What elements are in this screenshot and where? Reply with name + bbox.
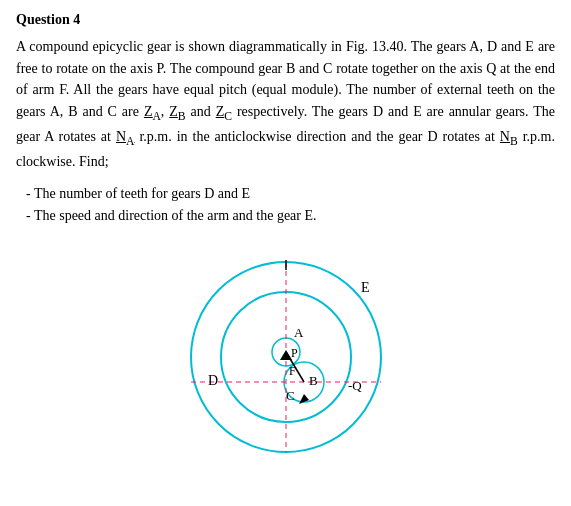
gear-diagram: E A P F B C D -Q (156, 242, 416, 462)
bullet-item-1: The number of teeth for gears D and E (26, 183, 555, 205)
main-paragraph: A compound epicyclic gear is shown diagr… (16, 36, 555, 173)
label-B: B (309, 373, 318, 388)
label-P: P (291, 346, 298, 360)
label-A: A (294, 325, 304, 340)
label-E: E (361, 280, 370, 295)
and-text: and (233, 208, 253, 223)
bullet-item-2: The speed and direction of the arm and t… (26, 205, 555, 227)
label-C: C (286, 388, 295, 403)
label-Q: -Q (348, 378, 362, 393)
diagram-area: E A P F B C D -Q (16, 237, 555, 462)
label-F: F (289, 364, 296, 378)
bullet-list: The number of teeth for gears D and E Th… (26, 183, 555, 228)
label-D: D (208, 373, 218, 388)
question-title: Question 4 (16, 12, 555, 28)
